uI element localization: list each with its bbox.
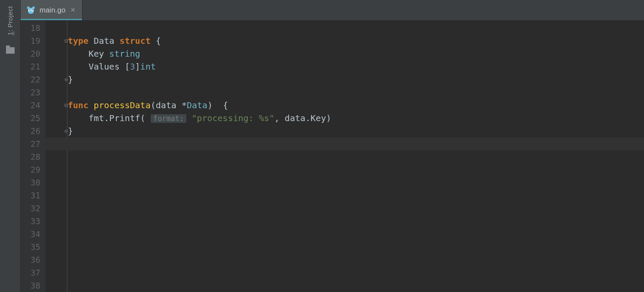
- token-txt: (data *: [151, 100, 187, 110]
- line-number[interactable]: 34: [21, 228, 40, 240]
- code-line[interactable]: [68, 266, 644, 279]
- code-line[interactable]: [68, 163, 644, 176]
- editor-tabbar: main.go ×: [21, 0, 644, 21]
- fold-guide-line: [67, 21, 67, 292]
- code-line[interactable]: }: [68, 73, 644, 86]
- code-editor[interactable]: 1819202122232425262728293031323334353637…: [21, 21, 644, 292]
- token-kw: struct: [119, 36, 150, 46]
- code-line[interactable]: [68, 240, 644, 253]
- line-number[interactable]: 32: [21, 202, 40, 215]
- line-number[interactable]: 26: [21, 125, 40, 137]
- fold-gutter[interactable]: ⊟⊖⊟⊖: [46, 21, 68, 292]
- line-number[interactable]: 28: [21, 150, 40, 163]
- code-area[interactable]: type Data struct { Key string Values [3]…: [68, 21, 644, 292]
- token-txt: {: [156, 36, 161, 46]
- token-txt: }: [68, 126, 73, 136]
- close-icon[interactable]: ×: [70, 6, 75, 15]
- line-number[interactable]: 38: [21, 279, 40, 292]
- token-hint: format:: [151, 114, 187, 123]
- code-line[interactable]: [68, 253, 644, 266]
- line-number[interactable]: 37: [21, 266, 40, 279]
- token-num: 3: [130, 61, 135, 72]
- line-number[interactable]: 31: [21, 189, 40, 202]
- token-str: "processing: %s": [191, 113, 274, 123]
- code-line[interactable]: [68, 21, 644, 34]
- token-txt: Values: [88, 61, 119, 72]
- token-txt: ]: [135, 61, 140, 72]
- line-number[interactable]: 20: [21, 47, 40, 60]
- line-number[interactable]: 29: [21, 163, 40, 176]
- code-line[interactable]: [68, 202, 644, 215]
- token-fn: processData: [94, 100, 150, 110]
- line-number[interactable]: 25: [21, 112, 40, 125]
- code-line[interactable]: [68, 189, 644, 202]
- editor-tab-main-go[interactable]: main.go ×: [21, 0, 82, 20]
- code-line[interactable]: type Data struct {: [68, 34, 644, 47]
- line-number[interactable]: 22: [21, 73, 40, 86]
- line-number[interactable]: 35: [21, 240, 40, 253]
- token-txt: , data.Key): [274, 113, 331, 123]
- editor-tab-filename: main.go: [39, 6, 65, 15]
- code-line[interactable]: [68, 86, 644, 99]
- code-line[interactable]: [68, 279, 644, 292]
- code-line[interactable]: Key string: [68, 47, 644, 60]
- token-txt: [: [125, 61, 130, 72]
- token-typ: Data: [187, 100, 207, 110]
- line-number-gutter[interactable]: 1819202122232425262728293031323334353637…: [21, 21, 46, 292]
- code-line[interactable]: [68, 228, 644, 240]
- token-typ: int: [140, 61, 156, 72]
- go-file-icon: [27, 6, 35, 15]
- line-number[interactable]: 23: [21, 86, 40, 99]
- line-number[interactable]: 30: [21, 176, 40, 189]
- line-number[interactable]: 19: [21, 34, 40, 47]
- token-txt: ) {: [207, 100, 228, 110]
- code-line[interactable]: }: [68, 125, 644, 137]
- token-typ: string: [109, 49, 140, 59]
- project-label-text: : Project: [6, 6, 14, 32]
- token-kw: type: [68, 36, 88, 46]
- token-txt: }: [68, 74, 73, 85]
- line-number[interactable]: 21: [21, 60, 40, 73]
- code-line[interactable]: func processData(data *Data) {: [68, 99, 644, 112]
- project-toolwindow-button[interactable]: 1: Project: [6, 6, 14, 35]
- toolwindow-strip: 1: Project: [0, 0, 21, 292]
- code-line[interactable]: [68, 176, 644, 189]
- line-number[interactable]: 27: [21, 137, 40, 150]
- line-number[interactable]: 24: [21, 99, 40, 112]
- code-line[interactable]: [68, 215, 644, 228]
- folder-icon[interactable]: [6, 47, 15, 54]
- code-line[interactable]: [68, 150, 644, 163]
- token-txt: Key: [88, 49, 104, 59]
- line-number[interactable]: 33: [21, 215, 40, 228]
- line-number[interactable]: 18: [21, 21, 40, 34]
- token-kw: func: [68, 100, 88, 110]
- project-label-mnemonic: 1: [6, 32, 14, 36]
- token-txt: Data: [94, 36, 114, 46]
- code-line[interactable]: Values [3]int: [68, 60, 644, 73]
- code-line[interactable]: fmt.Printf( format: "processing: %s", da…: [68, 112, 644, 125]
- code-line[interactable]: [46, 137, 644, 150]
- token-txt: fmt.Printf(: [88, 113, 151, 123]
- line-number[interactable]: 36: [21, 253, 40, 266]
